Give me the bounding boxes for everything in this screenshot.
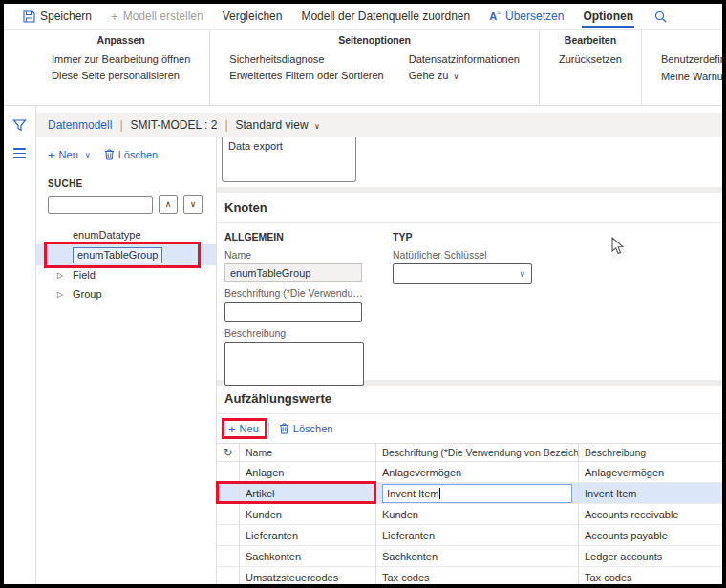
- group-title-typ: TYP: [393, 231, 534, 242]
- enum-new-button[interactable]: + Neu: [228, 423, 259, 435]
- command-label: Modell erstellen: [123, 10, 203, 23]
- chevron-down-icon: ∨: [85, 151, 91, 159]
- cell-beschriftung[interactable]: Tax codes: [376, 567, 579, 584]
- command-label: Speichern: [40, 10, 92, 23]
- cell-edit-input[interactable]: Invent Item: [382, 484, 572, 503]
- cell-beschreibung[interactable]: Invent Item: [579, 483, 722, 503]
- tree-item-group[interactable]: ▷Group: [36, 284, 216, 304]
- cell-beschreibung[interactable]: Accounts payable: [579, 525, 722, 545]
- column-header-1[interactable]: Name: [240, 444, 376, 461]
- search-icon[interactable]: [643, 4, 678, 29]
- table-row[interactable]: KundenKundenAccounts receivable: [217, 504, 722, 525]
- command-optionen[interactable]: Optionen: [573, 4, 643, 29]
- list-view-icon[interactable]: [13, 148, 26, 158]
- ribbon-item-diese-seite-personalisieren[interactable]: Diese Seite personalisieren: [52, 68, 190, 84]
- tree-node-label: Group: [73, 288, 102, 300]
- tree-node-edit-box[interactable]: enumTableGroup: [73, 247, 162, 263]
- natural-key-select[interactable]: ∨: [393, 263, 532, 284]
- trash-icon: [104, 149, 115, 160]
- tree-item-field[interactable]: ▷Field: [36, 265, 216, 284]
- cell-beschreibung[interactable]: Anlagevermögen: [579, 462, 722, 482]
- cell-beschreibung[interactable]: Tax codes: [579, 567, 722, 584]
- translate-icon: A≈: [489, 10, 501, 23]
- breadcrumb-link-datenmodell[interactable]: Datenmodell: [48, 118, 112, 132]
- filter-icon[interactable]: [12, 118, 27, 133]
- ribbon-item-gehe-zu[interactable]: Gehe zu ∨: [409, 68, 520, 85]
- breadcrumb-separator: |: [119, 118, 122, 132]
- left-rail: [4, 106, 36, 584]
- section-title-aufzaehlungswerte: Aufzählungswerte: [217, 391, 722, 413]
- section-partial: Data export: [217, 137, 722, 187]
- cell-beschriftung[interactable]: Kunden: [376, 504, 579, 524]
- cell-name[interactable]: Anlagen: [240, 462, 376, 482]
- ribbon-item-immer-zur-bearbeitung-ffnen[interactable]: Immer zur Bearbeitung öffnen: [52, 52, 190, 68]
- command-modell-der-datenquelle-zuordnen[interactable]: Modell der Datenquelle zuordnen: [291, 4, 480, 29]
- ribbon-item-datensatzinformationen[interactable]: Datensatzinformationen: [409, 52, 520, 68]
- cell-beschreibung[interactable]: Ledger accounts: [579, 546, 722, 566]
- table-row[interactable]: SachkontenSachkontenLedger accounts: [217, 546, 722, 567]
- command-label: Modell der Datenquelle zuordnen: [301, 10, 470, 23]
- beschriftung-field[interactable]: [224, 302, 362, 322]
- cell-name[interactable]: Artikel: [240, 483, 376, 503]
- cell-beschriftung[interactable]: Lieferanten: [376, 525, 579, 545]
- ribbon-item-meine-warnungen-verwalten[interactable]: Meine Warnungen verwalten: [661, 69, 722, 85]
- row-selector-cell[interactable]: [217, 546, 240, 566]
- command-vergleichen[interactable]: Vergleichen: [213, 4, 292, 29]
- options-ribbon: AnpassenImmer zur Bearbeitung öffnenDies…: [4, 30, 722, 106]
- row-selector-cell[interactable]: [217, 504, 240, 524]
- enum-table: ↻NameBeschriftung (*Die Verwendung von B…: [217, 443, 722, 584]
- column-header-2[interactable]: Beschriftung (*Die Verwendung von Bezeic…: [376, 444, 579, 461]
- toolbar-divider: [268, 422, 269, 436]
- cell-name[interactable]: Umsatzsteuercodes: [240, 567, 376, 584]
- beschreibung-field[interactable]: [224, 342, 364, 386]
- breadcrumb-separator: |: [224, 118, 227, 132]
- expander-icon[interactable]: ▷: [57, 290, 73, 299]
- cell-name[interactable]: Sachkonten: [240, 546, 376, 566]
- cell-name[interactable]: Lieferanten: [240, 525, 376, 545]
- ribbon-item-erweitertes-filtern-oder-sortieren[interactable]: Erweitertes Filtern oder Sortieren: [229, 68, 383, 84]
- command-speichern[interactable]: Speichern: [13, 4, 101, 29]
- data-export-box[interactable]: Data export: [222, 137, 356, 182]
- table-row[interactable]: AnlagenAnlagevermögenAnlagevermögen: [217, 462, 722, 483]
- row-selector-cell[interactable]: [217, 567, 240, 584]
- ribbon-group-anpassen: AnpassenImmer zur Bearbeitung öffnenDies…: [32, 30, 209, 105]
- chevron-down-icon: ∨: [451, 73, 459, 81]
- refresh-icon[interactable]: ↻: [223, 447, 232, 458]
- table-row[interactable]: UmsatzsteuercodesTax codesTax codes: [217, 567, 722, 584]
- cell-name[interactable]: Kunden: [240, 504, 376, 524]
- command-modell-erstellen[interactable]: +Modell erstellen: [101, 4, 213, 29]
- name-field[interactable]: [224, 263, 362, 282]
- text-caret: [439, 488, 440, 499]
- row-selector-cell[interactable]: [217, 483, 240, 503]
- tree-item-enumdatatype[interactable]: enumDatatype: [36, 225, 216, 244]
- row-selector-cell[interactable]: [217, 525, 240, 545]
- table-row[interactable]: LieferantenLieferantenAccounts payable: [217, 525, 722, 546]
- ribbon-item-benutzerdefinierte-warnung-erstellen[interactable]: Benutzerdefinierte Warnung erstellen ∨: [661, 52, 722, 69]
- cell-beschriftung[interactable]: Sachkonten: [376, 546, 579, 566]
- tree-search-input[interactable]: [48, 196, 153, 214]
- cell-beschriftung[interactable]: Anlagevermögen: [376, 462, 579, 482]
- tree-item-enumtablegroup[interactable]: enumTableGroup: [36, 244, 216, 265]
- save-icon: [23, 10, 35, 23]
- tree-delete-button[interactable]: Löschen: [104, 149, 159, 160]
- ribbon-group-title: Bearbeiten: [559, 34, 622, 46]
- tree-new-button[interactable]: + Neu ∨: [48, 149, 91, 161]
- search-next-button[interactable]: ∨: [183, 195, 203, 214]
- enum-delete-button[interactable]: Löschen: [279, 423, 333, 434]
- plus-icon: +: [111, 10, 118, 23]
- search-prev-button[interactable]: ∧: [159, 195, 178, 214]
- ribbon-item-zur-cksetzen[interactable]: Zurücksetzen: [559, 52, 622, 68]
- row-selector-cell[interactable]: [217, 462, 240, 482]
- chevron-down-icon: ∨: [190, 200, 197, 209]
- cell-beschriftung[interactable]: Invent Item: [376, 483, 579, 503]
- column-header-3[interactable]: Beschreibung: [579, 444, 722, 461]
- expander-icon[interactable]: ▷: [57, 271, 73, 280]
- app-window: Speichern+Modell erstellenVergleichenMod…: [4, 4, 722, 584]
- cell-beschreibung[interactable]: Accounts receivable: [579, 504, 722, 524]
- table-row[interactable]: ArtikelInvent ItemInvent Item: [217, 483, 722, 504]
- tree-panel: + Neu ∨ Löschen SUCHE ∧ ∨: [36, 137, 217, 584]
- view-selector[interactable]: Standard view ∨: [236, 118, 320, 132]
- command--bersetzen[interactable]: A≈Übersetzen: [480, 4, 573, 29]
- model-tree: enumDatatypeenumTableGroup▷Field▷Group: [36, 225, 216, 304]
- ribbon-item-sicherheitsdiagnose[interactable]: Sicherheitsdiagnose: [229, 52, 383, 68]
